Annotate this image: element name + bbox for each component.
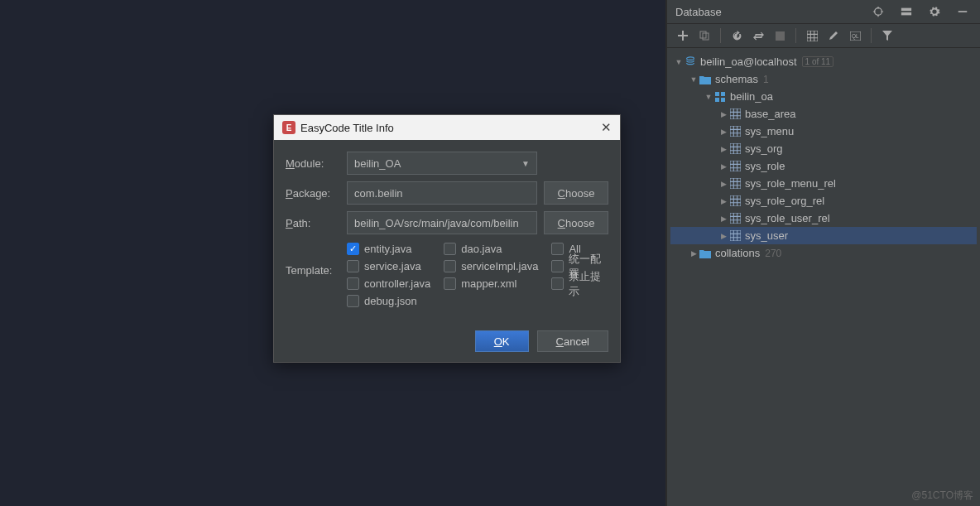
svg-rect-18: [730, 178, 741, 189]
checkbox[interactable]: [444, 260, 456, 272]
minimize-icon[interactable]: [954, 2, 972, 21]
module-value: beilin_OA: [354, 157, 401, 170]
copy-icon[interactable]: [695, 27, 713, 45]
gear-icon[interactable]: [925, 2, 944, 21]
collations-count: 270: [765, 248, 781, 259]
chevron-right-icon: ▶: [718, 180, 728, 188]
checkbox-label: serviceImpl.java: [461, 260, 538, 272]
tree-table[interactable]: ▶ sys_user: [670, 227, 977, 244]
module-dropdown[interactable]: beilin_OA ▼: [347, 152, 537, 175]
checkbox-label: debug.json: [364, 295, 417, 307]
tree-table[interactable]: ▶ sys_role_menu_rel: [670, 175, 977, 192]
module-label: MModule:odule:: [281, 157, 340, 170]
tree-table[interactable]: ▶ base_area: [670, 105, 977, 123]
package-label: Package:: [281, 187, 340, 200]
chevron-right-icon: ▶: [718, 128, 728, 136]
svg-point-0: [875, 8, 882, 16]
tree-table[interactable]: ▶ sys_org: [670, 140, 977, 157]
split-icon[interactable]: [897, 2, 915, 21]
connection-badge: 1 of 11: [802, 56, 834, 67]
chevron-down-icon: ▼: [689, 75, 699, 84]
choose-package-button[interactable]: Choose: [544, 181, 608, 205]
stop-icon[interactable]: [771, 27, 789, 45]
tree-connection[interactable]: ▼ beilin_oa@localhost 1 of 11: [670, 53, 977, 70]
option-checkbox[interactable]: 禁止提示: [551, 276, 608, 292]
svg-rect-20: [730, 213, 741, 224]
easycode-icon: E: [282, 121, 295, 134]
checkbox[interactable]: ✓: [347, 243, 359, 255]
table-icon[interactable]: [803, 27, 821, 45]
template-checkbox[interactable]: controller.java: [347, 276, 430, 292]
checkbox[interactable]: [551, 243, 564, 255]
table-icon: [728, 160, 742, 173]
checkbox[interactable]: [444, 277, 456, 290]
template-checkbox[interactable]: ✓ entity.java: [347, 241, 430, 257]
template-label: Template:: [281, 241, 340, 277]
template-checkbox[interactable]: debug.json: [347, 293, 430, 309]
schema-icon: [713, 90, 727, 104]
edit-icon[interactable]: [824, 27, 843, 45]
template-checkbox[interactable]: mapper.xml: [444, 276, 538, 292]
chevron-right-icon: ▶: [689, 249, 699, 258]
checkbox[interactable]: [347, 295, 359, 307]
filter-icon[interactable]: [878, 27, 896, 45]
chevron-down-icon: ▼: [674, 58, 684, 66]
table-label: sys_role: [745, 160, 785, 172]
table-label: sys_role_org_rel: [745, 195, 824, 207]
table-icon: [728, 142, 742, 156]
connection-label: beilin_oa@localhost: [700, 55, 797, 68]
folder-icon: [699, 73, 712, 86]
choose-path-button[interactable]: Choose: [544, 211, 608, 234]
schemas-count: 1: [763, 74, 769, 85]
tree-collations[interactable]: ▶ collations 270: [670, 244, 977, 262]
tree-table[interactable]: ▶ sys_role: [670, 157, 977, 175]
template-checkbox[interactable]: serviceImpl.java: [444, 258, 538, 274]
database-panel: Database QL ▼ beilin_oa@localhost 1 of 1…: [666, 0, 980, 506]
svg-rect-7: [807, 31, 818, 41]
template-checkbox[interactable]: service.java: [347, 258, 430, 274]
checkbox[interactable]: [347, 260, 359, 272]
checkbox[interactable]: [347, 277, 359, 290]
dialog-titlebar[interactable]: E EasyCode Title Info ✕: [274, 115, 620, 140]
template-checkbox[interactable]: dao.java: [444, 241, 538, 257]
close-icon[interactable]: ✕: [601, 120, 612, 135]
checkbox[interactable]: [551, 277, 563, 290]
checkbox-label: service.java: [364, 260, 421, 272]
chevron-right-icon: ▶: [718, 145, 728, 153]
chevron-down-icon: ▼: [704, 93, 713, 101]
checkbox[interactable]: [551, 260, 563, 272]
svg-rect-15: [730, 126, 741, 137]
package-input[interactable]: [347, 181, 537, 205]
add-icon[interactable]: [674, 27, 692, 45]
refresh-icon[interactable]: [728, 27, 746, 45]
console-icon[interactable]: QL: [846, 27, 864, 45]
svg-rect-11: [721, 92, 725, 96]
target-icon[interactable]: [869, 2, 887, 21]
easycode-dialog: E EasyCode Title Info ✕ MModule:odule: b…: [273, 114, 621, 363]
checkbox-label: entity.java: [364, 243, 412, 255]
tree-table[interactable]: ▶ sys_menu: [670, 123, 977, 140]
sync-icon[interactable]: [749, 27, 767, 45]
table-icon: [728, 229, 742, 243]
table-label: sys_user: [745, 229, 788, 242]
tree-table[interactable]: ▶ sys_role_user_rel: [670, 210, 977, 227]
checkbox[interactable]: [444, 243, 456, 255]
caret-down-icon: ▼: [521, 159, 530, 168]
path-input[interactable]: [347, 211, 537, 234]
table-label: sys_org: [745, 142, 783, 155]
tree-schema[interactable]: ▼ beilin_oa: [670, 88, 977, 105]
svg-rect-16: [730, 143, 741, 154]
table-label: sys_role_menu_rel: [745, 177, 836, 190]
chevron-right-icon: ▶: [718, 162, 728, 171]
dialog-title: EasyCode Title Info: [300, 122, 394, 134]
svg-rect-1: [901, 8, 911, 12]
ok-button[interactable]: OK: [475, 330, 529, 352]
checkbox-label: dao.java: [461, 243, 502, 255]
schema-label: beilin_oa: [730, 90, 773, 103]
tree-table[interactable]: ▶ sys_role_org_rel: [670, 192, 977, 210]
checkbox-label: mapper.xml: [461, 277, 516, 290]
checkbox-label: controller.java: [364, 277, 430, 290]
schemas-label: schemas: [715, 73, 758, 85]
tree-schemas[interactable]: ▼ schemas 1: [670, 70, 977, 88]
cancel-button[interactable]: Cancel: [537, 330, 608, 352]
